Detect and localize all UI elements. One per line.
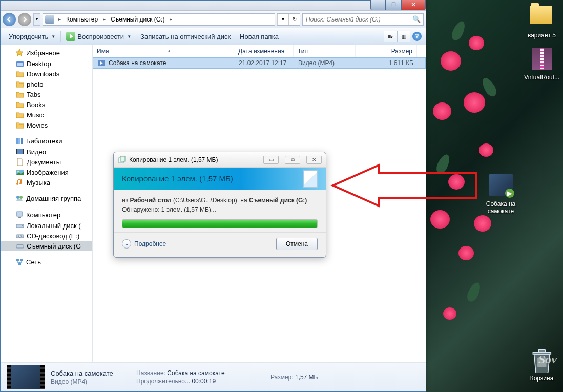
column-size[interactable]: Размер (356, 45, 417, 57)
details-title: Собака на самокате (51, 369, 130, 377)
desktop-icon-archive[interactable]: VirtualRout... (523, 48, 561, 81)
minimize-button[interactable]: — (370, 0, 386, 10)
pictures-icon (16, 168, 24, 176)
sidebar-item-tabs[interactable]: Tabs (1, 89, 92, 99)
desktop-icon-folder[interactable]: вариант 5 (523, 3, 561, 39)
file-thumbnail (7, 365, 45, 389)
column-date[interactable]: Дата изменения (234, 45, 294, 57)
breadcrumb[interactable]: ▸ Компьютер ▸ Съемный диск (G:) ▸ (43, 13, 275, 26)
computer-icon (15, 211, 24, 219)
folder-icon (16, 70, 24, 78)
sidebar-homegroup[interactable]: Домашняя группа (1, 193, 92, 204)
back-button[interactable] (3, 13, 16, 26)
search-icon[interactable]: 🔍 (410, 15, 423, 23)
sidebar-item-removable-disk[interactable]: Съемный диск (G (1, 241, 92, 251)
forward-button[interactable] (18, 13, 31, 26)
breadcrumb-dropdown[interactable]: ▾ (277, 14, 288, 25)
window-titlebar[interactable]: — ☐ ✕ (1, 1, 426, 11)
sidebar-item-desktop[interactable]: Desktop (1, 58, 92, 69)
sidebar-favorites[interactable]: Избранное (1, 47, 92, 58)
play-button[interactable]: Воспроизвести▼ (62, 30, 135, 43)
star-icon (15, 49, 24, 57)
svg-rect-3 (16, 138, 18, 144)
help-button[interactable]: ? (412, 32, 422, 41)
chevron-down-icon: ⌄ (122, 239, 131, 249)
burn-button[interactable]: Записать на оптический диск (136, 31, 235, 43)
chevron-right-icon[interactable]: ▸ (168, 16, 174, 22)
svg-rect-22 (20, 259, 23, 261)
computer-icon (45, 15, 54, 24)
file-size: 1 611 КБ (356, 59, 418, 67)
dialog-minimize-button[interactable]: ▭ (263, 156, 279, 164)
folder-icon (16, 90, 24, 98)
folder-icon (16, 121, 24, 129)
svg-rect-7 (16, 149, 17, 154)
organize-button[interactable]: Упорядочить▼ (5, 31, 59, 43)
svg-rect-13 (16, 212, 23, 216)
desktop-icon-label: VirtualRout... (523, 74, 561, 81)
toolbar: Упорядочить▼ Воспроизвести▼ Записать на … (1, 28, 426, 45)
svg-rect-26 (120, 156, 125, 161)
view-mode-button[interactable]: ≡▾ (384, 31, 397, 42)
sidebar-item-books[interactable]: Books (1, 99, 92, 110)
breadcrumb-segment[interactable]: Съемный диск (G:) (108, 14, 168, 25)
sidebar-libraries[interactable]: Библиотеки (1, 135, 92, 147)
sidebar-item-pictures[interactable]: Изображения (1, 167, 92, 177)
maximize-button[interactable]: ☐ (386, 0, 401, 10)
chevron-right-icon[interactable]: ▸ (56, 16, 63, 22)
copy-dialog: Копирование 1 элем. (1,57 МБ) ▭ ⧉ ✕ Копи… (113, 152, 326, 258)
svg-rect-0 (537, 357, 546, 367)
chevron-down-icon: ▼ (51, 34, 55, 39)
dialog-maximize-button[interactable]: ⧉ (285, 156, 300, 164)
dialog-header: Копирование 1 элем. (1,57 МБ) (114, 168, 326, 190)
video-file-icon (97, 59, 106, 67)
music-icon (16, 178, 24, 187)
sidebar-item-photo[interactable]: photo (1, 79, 92, 89)
details-subtitle: Видео (MP4) (51, 378, 130, 385)
close-button[interactable]: ✕ (401, 0, 426, 10)
dialog-close-button[interactable]: ✕ (306, 156, 322, 164)
refresh-button[interactable]: ↻ (288, 14, 300, 25)
sidebar-item-movies[interactable]: Movies (1, 120, 92, 130)
new-folder-button[interactable]: Новая папка (236, 31, 283, 43)
sidebar-item-documents[interactable]: Документы (1, 157, 92, 167)
sidebar-item-music-lib[interactable]: Музыка (1, 177, 92, 188)
preview-pane-button[interactable]: ▥ (397, 31, 410, 42)
play-icon (66, 32, 75, 41)
search-box[interactable]: 🔍 (302, 13, 424, 26)
sidebar-item-video[interactable]: Видео (1, 147, 92, 157)
desktop-icon-label: Собака на самокате (482, 200, 520, 215)
sidebar-item-cd-drive[interactable]: CD-дисковод (E:) (1, 231, 92, 241)
chevron-right-icon[interactable]: ▸ (101, 16, 108, 22)
details-pane: Собака на самокате Видео (MP4) Название:… (1, 362, 426, 391)
dialog-info: из Рабочий стол (C:\Users\G...\Desktop) … (122, 196, 318, 214)
svg-rect-20 (17, 244, 23, 245)
dialog-header-text: Копирование 1 элем. (1,57 МБ) (122, 174, 233, 183)
desktop-icon-video[interactable]: Собака на самокате (482, 174, 520, 215)
search-input[interactable] (303, 16, 410, 23)
file-date: 21.02.2017 12:17 (235, 59, 294, 67)
nav-history-dropdown[interactable]: ▾ (33, 13, 40, 26)
sidebar-item-music[interactable]: Music (1, 110, 92, 120)
desktop-icon-label: Корзина (523, 375, 561, 382)
svg-rect-6 (16, 149, 24, 154)
sidebar-network[interactable]: Сеть (1, 256, 92, 267)
breadcrumb-segment[interactable]: Компьютер (63, 14, 101, 25)
sidebar-item-local-disk[interactable]: Локальный диск ( (1, 220, 92, 231)
svg-point-18 (19, 235, 22, 238)
dialog-titlebar[interactable]: Копирование 1 элем. (1,57 МБ) ▭ ⧉ ✕ (114, 152, 326, 168)
documents-icon (16, 158, 24, 166)
desktop-icon-label: вариант 5 (523, 32, 561, 39)
file-row[interactable]: Собака на самокате 21.02.2017 12:17 Виде… (93, 57, 426, 69)
svg-point-12 (19, 196, 23, 199)
libraries-icon (15, 137, 24, 145)
cancel-button[interactable]: Отмена (276, 238, 318, 250)
column-name[interactable]: Имя▲ (93, 45, 234, 57)
sidebar-item-downloads[interactable]: Downloads (1, 69, 92, 79)
more-details-toggle[interactable]: ⌄ Подробнее (122, 239, 166, 249)
sidebar-computer[interactable]: Компьютер (1, 209, 92, 220)
desktop-icon-recycle-bin[interactable]: Корзина (523, 348, 561, 382)
svg-rect-8 (23, 149, 24, 154)
column-type[interactable]: Тип (294, 45, 356, 57)
folder-icon (16, 80, 24, 88)
